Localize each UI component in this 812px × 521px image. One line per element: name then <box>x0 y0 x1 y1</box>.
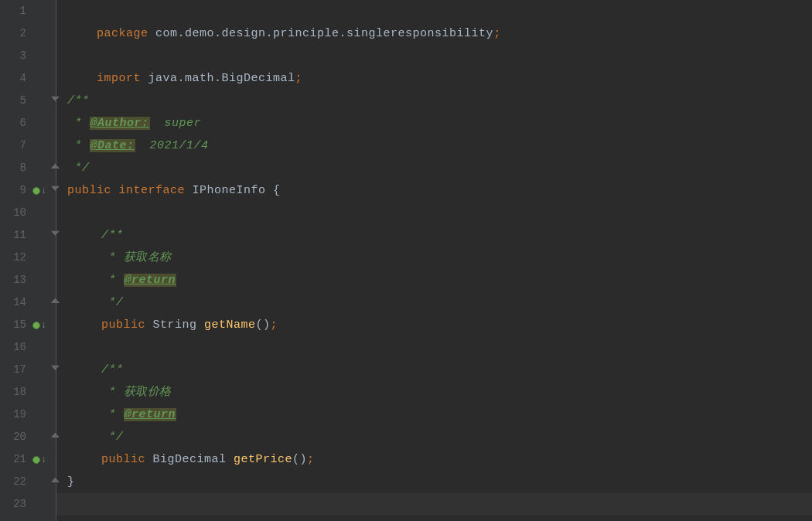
interface-name: IPhoneInfo <box>193 184 266 197</box>
line-number: 19 <box>0 404 26 426</box>
current-line-highlight <box>56 493 812 516</box>
code-line: /** <box>101 224 124 247</box>
implements-marker-icon[interactable]: ↓ <box>32 448 46 471</box>
line-number: 11 <box>0 224 26 247</box>
javadoc-return-tag: @return <box>124 274 177 287</box>
code-line: * @Author: super <box>67 112 201 135</box>
brace-open: { <box>273 184 281 197</box>
line-number: 13 <box>0 269 26 291</box>
code-line: public String getName(); <box>101 314 278 336</box>
keyword: package <box>97 27 148 40</box>
line-number: 21 <box>0 448 26 471</box>
line-number: 10 <box>0 202 26 224</box>
semicolon: ; <box>271 318 278 332</box>
method-name: getPrice <box>234 453 292 466</box>
code-line: */ <box>101 291 124 314</box>
code-line: package com.demo.design.principle.single… <box>67 0 501 22</box>
javadoc-author-value: super <box>150 117 202 130</box>
code-line: /** <box>101 359 124 381</box>
line-number: 22 <box>0 471 26 493</box>
code-line: /** <box>67 90 90 112</box>
line-number: 15 <box>0 314 26 336</box>
semicolon: ; <box>307 453 315 466</box>
code-line: */ <box>67 157 90 179</box>
javadoc-return-tag: @return <box>124 408 177 421</box>
semicolon: ; <box>295 72 303 85</box>
keyword: public <box>67 184 111 197</box>
semicolon: ; <box>493 27 501 40</box>
javadoc-date-value: 2021/1/4 <box>135 139 209 152</box>
code-line: * @return <box>101 269 176 291</box>
line-number: 20 <box>0 426 26 448</box>
keyword: public <box>101 453 145 466</box>
return-type: String <box>153 318 197 332</box>
keyword: interface <box>119 184 186 197</box>
javadoc-text: * 获取名称 <box>101 251 172 264</box>
line-number: 2 <box>0 22 26 45</box>
javadoc-date-tag: @Date: <box>90 139 135 152</box>
line-number: 3 <box>0 45 26 67</box>
line-number: 4 <box>0 67 26 90</box>
keyword: import <box>97 72 141 85</box>
line-number: 1 <box>0 0 26 22</box>
line-number: 6 <box>0 112 26 135</box>
brace-close: } <box>67 475 75 489</box>
javadoc-text: * 获取价格 <box>101 386 172 399</box>
javadoc-open: /** <box>67 94 90 107</box>
line-number: 12 <box>0 247 26 269</box>
code-line: * @return <box>101 404 176 426</box>
code-line: * @Date: 2021/1/4 <box>67 135 209 157</box>
line-number: 9 <box>0 179 26 202</box>
javadoc-star: * <box>101 274 124 287</box>
javadoc-open: /** <box>101 229 124 242</box>
javadoc-close: */ <box>101 296 124 309</box>
code-line: * 获取名称 <box>101 247 172 269</box>
code-line: public interface IPhoneInfo { <box>67 179 281 202</box>
code-line: } <box>67 471 75 493</box>
line-number: 23 <box>0 493 26 516</box>
parens: () <box>256 318 271 332</box>
code-line: import java.math.BigDecimal; <box>67 45 302 67</box>
return-type: BigDecimal <box>153 453 227 466</box>
line-number: 8 <box>0 157 26 179</box>
import-name: java.math.BigDecimal <box>148 72 295 85</box>
line-number: 18 <box>0 381 26 404</box>
line-number: 17 <box>0 359 26 381</box>
line-number: 14 <box>0 291 26 314</box>
method-name: getName <box>204 318 256 332</box>
code-line: public BigDecimal getPrice(); <box>101 448 315 471</box>
code-line: */ <box>101 426 124 448</box>
package-name: com.demo.design.principle.singleresponsi… <box>155 27 493 40</box>
javadoc-open: /** <box>101 363 124 376</box>
implements-marker-icon[interactable]: ↓ <box>32 179 46 202</box>
javadoc-close: */ <box>67 162 90 175</box>
javadoc-star: * <box>67 117 90 130</box>
code-line: * 获取价格 <box>101 381 172 404</box>
line-number: 16 <box>0 336 26 359</box>
javadoc-star: * <box>101 408 124 421</box>
line-number: 7 <box>0 135 26 157</box>
parens: () <box>292 453 307 466</box>
keyword: public <box>101 318 145 332</box>
line-number: 5 <box>0 90 26 112</box>
javadoc-star: * <box>67 139 90 152</box>
implements-marker-icon[interactable]: ↓ <box>32 314 46 336</box>
code-editor[interactable]: package com.demo.design.principle.single… <box>56 0 812 521</box>
gutter: 1 2 3 4 5 6 7 8 9 10 11 12 13 14 15 16 1… <box>0 0 56 521</box>
javadoc-close: */ <box>101 431 124 444</box>
javadoc-author-tag: @Author: <box>90 117 150 130</box>
